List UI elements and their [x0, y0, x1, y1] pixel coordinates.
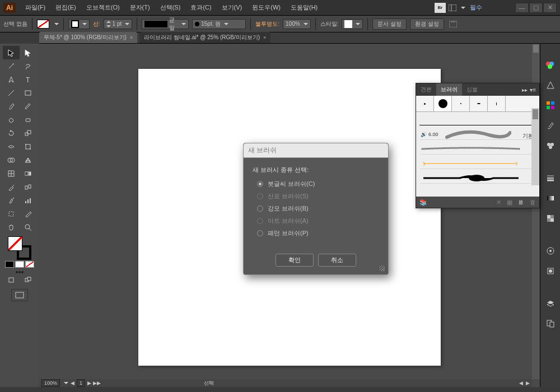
radio-calligraphic[interactable]: 붓글씨 브러쉬(C): [257, 180, 379, 188]
appearance-icon[interactable]: [545, 245, 556, 256]
brush-item[interactable]: [421, 158, 535, 169]
menu-window[interactable]: 윈도우(W): [248, 1, 284, 14]
menu-select[interactable]: 선택(S): [156, 1, 185, 14]
menu-edit[interactable]: 편집(E): [52, 1, 80, 14]
draw-normal[interactable]: [3, 273, 20, 287]
menu-help[interactable]: 도움말(H): [287, 1, 321, 14]
menu-view[interactable]: 보기(V): [218, 1, 246, 14]
stroke-panel-icon[interactable]: [545, 172, 556, 184]
doc-tab-1[interactable]: 무제-5* @ 100% (RGB/미리보기)×: [39, 32, 137, 43]
panel-menu-icon[interactable]: ▾≡: [530, 87, 536, 93]
tab-symbols[interactable]: 심볼: [462, 83, 482, 96]
menu-effect[interactable]: 효과(C): [186, 1, 215, 14]
tab-close-icon[interactable]: ×: [263, 35, 266, 40]
close-button[interactable]: ✕: [543, 3, 557, 13]
tab-swatches[interactable]: 견본: [416, 83, 436, 96]
radio-pattern[interactable]: 패턴 브러쉬(P): [257, 229, 379, 237]
brush-item[interactable]: 🔊 6.00: [421, 129, 535, 140]
maximize-button[interactable]: ▢: [529, 3, 543, 13]
eyedropper-tool[interactable]: [3, 180, 20, 194]
hand-tool[interactable]: [3, 221, 20, 234]
minimize-button[interactable]: —: [515, 3, 529, 13]
magic-wand-tool[interactable]: [3, 59, 20, 73]
bridge-icon[interactable]: Br: [435, 3, 446, 13]
tab-brushes[interactable]: 브러쉬: [436, 83, 462, 96]
free-transform-tool[interactable]: [20, 140, 36, 153]
panel-scrollbar[interactable]: [531, 108, 539, 185]
panel-collapse-icon[interactable]: ▸▸: [522, 87, 528, 93]
line-tool[interactable]: [3, 86, 20, 100]
svg-rect-25: [9, 212, 13, 216]
tab-close-icon[interactable]: ×: [130, 35, 133, 40]
screen-mode[interactable]: [11, 289, 28, 301]
brush-panel-footer: 📚 ✕ ▦ 🗎 🗑: [416, 197, 539, 208]
color-panel-icon[interactable]: [545, 59, 556, 71]
stroke-swatch[interactable]: [68, 19, 90, 29]
pencil-tool[interactable]: [20, 100, 36, 113]
layers-icon[interactable]: [545, 298, 556, 309]
pref-setup-button[interactable]: 환경 설정: [410, 18, 444, 30]
arrange-icon[interactable]: [447, 3, 458, 13]
blob-brush-tool[interactable]: [3, 113, 20, 127]
doc-tab-2[interactable]: 라이브러리 썸네일.ai* @ 25% (RGB/미리보기)×: [139, 32, 270, 43]
shape-builder-tool[interactable]: [3, 153, 20, 167]
rectangle-tool[interactable]: [20, 86, 36, 100]
page-field[interactable]: 1: [77, 379, 85, 387]
selection-tool[interactable]: [3, 46, 20, 59]
new-brush-icon[interactable]: 🗎: [518, 199, 524, 206]
align-icon[interactable]: [447, 19, 459, 29]
opacity-input[interactable]: 100%: [283, 19, 311, 29]
fill-swatch[interactable]: [37, 20, 49, 29]
menu-object[interactable]: 오브젝트(O): [82, 1, 124, 14]
eraser-tool[interactable]: [20, 113, 36, 127]
ok-button[interactable]: 확인: [276, 254, 314, 267]
zoom-tool[interactable]: [20, 221, 36, 234]
resize-handle[interactable]: [379, 265, 385, 271]
menu-type[interactable]: 문자(T): [126, 1, 154, 14]
symbol-sprayer-tool[interactable]: [3, 194, 20, 207]
cancel-button[interactable]: 취소: [318, 254, 356, 267]
type-tool[interactable]: T: [20, 73, 36, 86]
workspace-switcher[interactable]: 필수: [466, 2, 486, 13]
brush-item[interactable]: [421, 172, 535, 184]
brush-tip[interactable]: 15pt. 원: [192, 19, 246, 29]
brush-item[interactable]: [421, 143, 535, 155]
slice-tool[interactable]: [20, 207, 36, 221]
color-mode-toggles[interactable]: [5, 261, 34, 268]
dash-pattern[interactable]: 균일: [142, 19, 189, 29]
doc-setup-button[interactable]: 문서 설정: [372, 18, 407, 30]
draw-behind[interactable]: [20, 273, 36, 287]
brush-libraries-icon[interactable]: 📚: [419, 199, 427, 206]
gradient-tool[interactable]: [20, 167, 36, 180]
delete-brush-icon[interactable]: 🗑: [530, 199, 536, 206]
width-tool[interactable]: [3, 140, 20, 153]
lasso-tool[interactable]: [20, 59, 36, 73]
menu-file[interactable]: 파일(F): [21, 1, 49, 14]
graph-tool[interactable]: [20, 194, 36, 207]
swatches-icon[interactable]: [545, 100, 556, 111]
scale-tool[interactable]: [20, 127, 36, 140]
blend-tool[interactable]: [20, 180, 36, 194]
graphic-styles-icon[interactable]: [545, 265, 556, 277]
rotate-tool[interactable]: [3, 127, 20, 140]
transparency-icon[interactable]: [545, 213, 556, 224]
calligraphic-brush-row[interactable]: [416, 96, 539, 112]
artboard-tool[interactable]: [3, 207, 20, 221]
brushes-icon[interactable]: [545, 120, 556, 131]
fill-stroke-swatch[interactable]: [8, 236, 31, 260]
svg-point-26: [25, 225, 30, 229]
gradient-panel-icon[interactable]: [545, 193, 556, 204]
style-swatch[interactable]: [342, 19, 363, 29]
symbols-icon[interactable]: [545, 140, 556, 151]
artboards-icon[interactable]: [545, 318, 556, 329]
svg-rect-24: [30, 198, 31, 203]
paintbrush-tool[interactable]: [3, 100, 20, 113]
mesh-tool[interactable]: [3, 167, 20, 180]
radio-bristle[interactable]: 강모 브러쉬(B): [257, 204, 379, 213]
stroke-weight-input[interactable]: 1 pt: [104, 19, 133, 29]
direct-selection-tool[interactable]: [20, 46, 36, 59]
color-guide-icon[interactable]: [545, 80, 556, 91]
zoom-field[interactable]: 100%: [41, 379, 60, 387]
perspective-tool[interactable]: [20, 153, 36, 167]
pen-tool[interactable]: [3, 73, 20, 86]
